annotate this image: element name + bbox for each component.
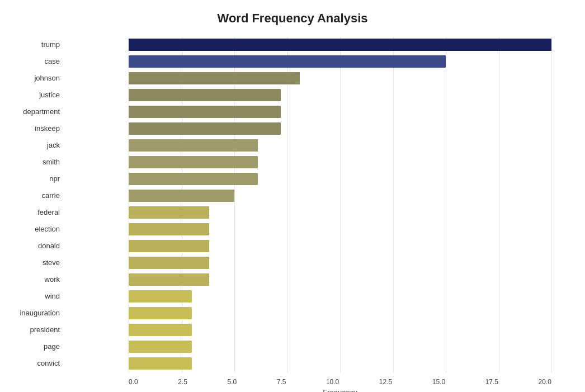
bar-label: trump — [6, 38, 64, 50]
bars-wrapper: trumpcasejohnsonjusticedepartmentinskeep… — [129, 37, 551, 371]
bar — [129, 173, 258, 185]
bar-label: johnson — [6, 72, 64, 84]
bar-row: donald — [129, 238, 551, 254]
bar-row: johnson — [129, 70, 551, 86]
bar-label: inskeep — [6, 122, 64, 134]
chart-container: Word Frequency Analysis trumpcasejohnson… — [0, 0, 585, 392]
bar-label: npr — [6, 172, 64, 185]
chart-title: Word Frequency Analysis — [34, 11, 551, 26]
x-axis-tick-label: 5.0 — [227, 378, 237, 386]
bar-row: department — [129, 104, 551, 120]
x-axis-tick-label: 17.5 — [485, 378, 498, 386]
bar-row: case — [129, 54, 551, 69]
bar — [129, 341, 192, 353]
bar-row: smith — [129, 154, 551, 170]
bar-row: jack — [129, 138, 551, 153]
gridline — [551, 37, 552, 372]
x-axis-tick-label: 12.5 — [379, 378, 392, 386]
bar-row: president — [129, 322, 551, 338]
bar-row: work — [129, 272, 551, 287]
bar-label: election — [6, 223, 64, 235]
bar — [129, 39, 551, 51]
bar-row: wind — [129, 289, 551, 304]
bar-row: inauguration — [129, 305, 551, 321]
x-axis-tick-label: 15.0 — [432, 378, 445, 386]
bar — [129, 273, 209, 286]
bar — [129, 156, 258, 168]
bar-row: page — [129, 339, 551, 355]
x-axis-tick-label: 7.5 — [277, 378, 286, 386]
bar-row: carrie — [129, 188, 551, 204]
bar-row: federal — [129, 205, 551, 220]
bar-label: case — [6, 55, 64, 67]
bar-label: smith — [6, 155, 64, 168]
bar-label: president — [6, 323, 64, 336]
x-axis-title: Frequency — [129, 388, 551, 392]
bar-label: inauguration — [6, 306, 64, 319]
bar — [129, 190, 234, 202]
bar — [129, 55, 446, 68]
bar-row: steve — [129, 255, 551, 271]
bar-row: npr — [129, 171, 551, 187]
bar — [129, 290, 192, 303]
bar-row: justice — [129, 87, 551, 103]
bar — [129, 72, 300, 84]
x-axis-tick-label: 10.0 — [326, 378, 339, 386]
bar-label: convict — [6, 357, 64, 369]
bar — [129, 307, 192, 319]
bar — [129, 257, 209, 269]
x-axis-tick-label: 20.0 — [539, 378, 551, 386]
bar — [129, 206, 209, 219]
bar-label: wind — [6, 290, 64, 302]
bar — [129, 357, 192, 370]
bar-row: convict — [129, 356, 551, 371]
bar-label: steve — [6, 256, 64, 268]
bar-label: work — [6, 273, 64, 285]
bar-label: jack — [6, 139, 64, 151]
bar — [129, 139, 258, 152]
bar-label: donald — [6, 239, 64, 252]
x-axis-tick-label: 0.0 — [129, 378, 138, 386]
bar-label: carrie — [6, 189, 64, 201]
bar — [129, 122, 281, 135]
bar — [129, 240, 209, 252]
bar-row: inskeep — [129, 121, 551, 136]
bar — [129, 89, 281, 101]
x-axis-labels: 0.02.55.07.510.012.515.017.520.0 — [129, 378, 551, 386]
bar-label: department — [6, 105, 64, 117]
bar — [129, 106, 281, 118]
bar-label: page — [6, 340, 64, 352]
bar — [129, 324, 192, 336]
bar-label: federal — [6, 206, 64, 218]
bar — [129, 223, 209, 235]
x-axis-tick-label: 2.5 — [178, 378, 187, 386]
bar-label: justice — [6, 88, 64, 101]
bar-row: trump — [129, 37, 551, 53]
bar-row: election — [129, 221, 551, 237]
